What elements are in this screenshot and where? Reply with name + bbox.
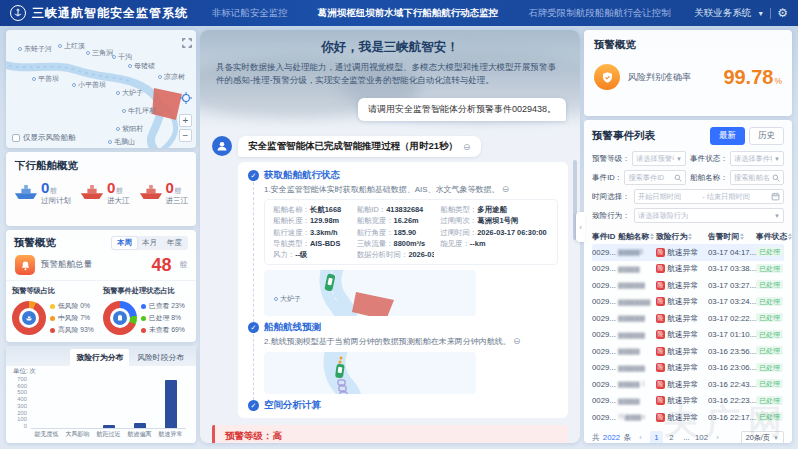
event-id-search-input[interactable]: 搜索事件ID xyxy=(624,170,686,185)
risk-level-chart-title: 预警等级占比 xyxy=(12,286,99,296)
agent-reply-header: 安全监管智能体已完成智能推理过程（用时21秒） ⊖ xyxy=(238,136,481,157)
y-tick: 200 xyxy=(12,410,27,416)
zoom-out-button[interactable]: − xyxy=(179,129,192,142)
table-row[interactable]: 0029...鸿▆▆▆a险航速异常03-16 22:17...已处理 xyxy=(592,409,784,426)
behavior-select[interactable]: 请选择致险行为 ▼ xyxy=(634,208,784,223)
collapse-circle-icon[interactable]: ⊖ xyxy=(513,336,521,346)
warning-period-tabs: 本周本月年度 xyxy=(111,236,188,250)
status-chart-title: 预警事件处理状态占比 xyxy=(103,286,190,296)
event-table-body: 0029...▆▆▆▆8险航速异常03-17 04:17...已处理0029..… xyxy=(592,244,784,426)
map-place-label: 三角洞 xyxy=(86,48,113,58)
assistant-panel: 你好，我是三峡航智安！ 具备实时数据接入与处理能力，通过调用视觉模型、多模态大模… xyxy=(200,30,580,443)
behavior-chart-tabs: 致险行为分布风险时段分布 xyxy=(6,346,196,366)
biz-system-menu[interactable]: 关联业务系统 xyxy=(694,7,751,20)
chart-tab[interactable]: 致险行为分布 xyxy=(70,349,129,366)
column-header[interactable]: 事件状态 xyxy=(756,231,784,242)
mini-map-panel[interactable]: 东蛙子河上红溪三角洞千沟母猪碛凉凉树平善坝小平善坝大炉子牛扎坪村紫阳村毛脑山 +… xyxy=(6,30,196,148)
nav-item[interactable]: 葛洲坝枢纽坝前水域下行船舶航行动态监控 xyxy=(318,7,499,20)
table-row[interactable]: 0029...▆▆▆▆▆险航速异常03-17 01:10...已处理 xyxy=(592,327,784,344)
checkbox-label: 仅显示风险船舶 xyxy=(23,133,76,143)
column-header[interactable]: 致险行为 xyxy=(656,231,708,242)
gear-icon[interactable]: ⚙ xyxy=(777,7,788,19)
nav-item[interactable]: 石牌受限制航段船舶航行会让控制 xyxy=(528,7,671,20)
x-tick: 航速异常 xyxy=(155,430,186,439)
level-select[interactable]: 请选择预警等级 ▼ xyxy=(632,151,686,166)
prev-page-button[interactable]: ‹ xyxy=(634,431,647,443)
data-field: 导航类型：AIS-BDS xyxy=(273,239,351,248)
period-tab[interactable]: 本周 xyxy=(112,237,137,249)
status-select[interactable]: 请选择事件状态 ▼ xyxy=(730,151,784,166)
page-size-select[interactable]: 20条/页 ▼ xyxy=(741,431,784,444)
risk-icon: 险 xyxy=(656,314,665,323)
list-tab[interactable]: 最新 xyxy=(710,127,745,145)
period-tab[interactable]: 本月 xyxy=(137,237,162,249)
table-row[interactable]: 0029...▆▆▆▆8险航速异常03-17 04:17...已处理 xyxy=(592,244,784,261)
event-list-tabs: 最新历史 xyxy=(710,127,784,145)
table-row[interactable]: 0029...▆▆▆▆险航速异常03-17 03:38...已处理 xyxy=(592,261,784,278)
agent-reply-card: ✓ 获取船舶航行状态 1.安全监管智能体实时获取船舶基础数据、AIS、水文气象等… xyxy=(238,162,568,418)
column-header[interactable]: 船舶名称 xyxy=(618,231,656,242)
sort-icon[interactable] xyxy=(688,233,692,240)
chart-plot-area xyxy=(31,376,186,429)
legend-item: 中风险 7% xyxy=(50,313,94,323)
table-row[interactable]: 0029...▆▆▆▆险航速异常03-16 22:23...已处理 xyxy=(592,393,784,410)
step-2: ✓ 船舶航线预测 2.航线预测模型基于当前两分钟的数据预测船舶在未来两分钟内航线… xyxy=(248,321,558,394)
column-header[interactable]: 告警时间 xyxy=(708,231,756,242)
calendar-icon xyxy=(771,192,780,201)
accuracy-metric-unit: % xyxy=(774,76,782,86)
x-tick: 航距过近 xyxy=(93,430,124,439)
data-field: 过闸闸次：葛洲坝1号闸 xyxy=(440,216,549,225)
status-badge: 已处理 xyxy=(756,396,783,405)
risk-level-legend: 低风险 0%中风险 7%高风险 93% xyxy=(50,299,94,337)
table-row[interactable]: 0029...▆▆▆▆ 1险航速异常03-16 22:43...已处理 xyxy=(592,376,784,393)
table-row[interactable]: 0029...▆▆▆▆▆险航速异常03-17 03:27...已处理 xyxy=(592,277,784,294)
ship-name-search-input[interactable]: 搜索船舶名称 xyxy=(730,170,784,185)
table-row[interactable]: 0029...▆▆▆▆▆险航速异常03-16 23:06...已处理 xyxy=(592,360,784,377)
legend-item: 低风险 0% xyxy=(50,301,94,311)
bar xyxy=(134,423,146,428)
y-tick: 600 xyxy=(12,383,27,389)
chevron-down-icon: ▼ xyxy=(773,435,779,441)
page-button[interactable]: 2 xyxy=(665,431,678,443)
table-row[interactable]: 0029...▆▆▆▆险航速异常03-16 23:56...已处理 xyxy=(592,343,784,360)
nav-item[interactable]: 非标记船安全监控 xyxy=(212,7,288,20)
collapse-circle-icon[interactable]: ⊖ xyxy=(502,184,510,194)
ship-stat: 0艘进大江 xyxy=(80,179,130,205)
sort-icon[interactable] xyxy=(650,233,654,240)
risk-icon: 险 xyxy=(656,380,665,389)
risk-level-donut xyxy=(12,301,46,335)
zoom-in-button[interactable]: + xyxy=(179,114,192,127)
assistant-greeting: 你好，我是三峡航智安！ xyxy=(200,30,580,56)
warning-total-label: 预警船舶总量 xyxy=(41,259,145,271)
status-legend: 已查看 23%已处理 8%未查看 69% xyxy=(141,299,185,337)
panel-collapse-handle[interactable]: ‹ xyxy=(576,212,585,242)
table-row[interactable]: 0029...▆▆▆▆▆▆险航速异常03-17 03:24...已处理 xyxy=(592,294,784,311)
chevron-down-icon: ▼ xyxy=(774,213,780,219)
warning-panel-title: 预警概览 xyxy=(14,236,56,250)
risk-icon: 险 xyxy=(656,330,665,339)
page-button[interactable]: 102 xyxy=(695,431,708,443)
accuracy-panel: 预警概览 风险判别准确率 99.78% xyxy=(584,30,792,116)
table-row[interactable]: 0029...▆▆▆▆▆险航速异常03-17 02:22...已处理 xyxy=(592,310,784,327)
map-place-label: 毛脑山 xyxy=(108,137,135,147)
checkbox-icon xyxy=(12,134,20,142)
risk-ships-only-checkbox[interactable]: 仅显示风险船舶 xyxy=(12,133,76,143)
list-tab[interactable]: 历史 xyxy=(749,127,784,145)
time-range-picker[interactable]: 开始日期时间 - 结束日期时间 xyxy=(634,189,784,204)
data-field: 三峡流量：8800m³/s xyxy=(357,239,435,248)
period-tab[interactable]: 年度 xyxy=(162,237,187,249)
chart-tab[interactable]: 风险时段分布 xyxy=(131,349,190,366)
shield-icon xyxy=(594,64,620,90)
fullscreen-icon[interactable] xyxy=(182,34,192,52)
ships-panel-title: 下行船舶概览 xyxy=(6,152,196,176)
sort-icon[interactable] xyxy=(740,233,744,240)
page-button[interactable]: 1 xyxy=(650,431,663,443)
user-message-bubble: 请调用安全监管智能体分析预警事件0029438。 xyxy=(358,98,566,121)
bar xyxy=(103,425,115,428)
locate-icon[interactable] xyxy=(180,90,192,108)
data-field: 船舶类型：多用途船 xyxy=(440,205,549,214)
sort-icon[interactable] xyxy=(788,233,792,240)
legend-item: 已查看 23% xyxy=(141,301,185,311)
collapse-circle-icon[interactable]: ⊖ xyxy=(463,142,471,152)
next-page-button[interactable]: › xyxy=(711,431,724,443)
